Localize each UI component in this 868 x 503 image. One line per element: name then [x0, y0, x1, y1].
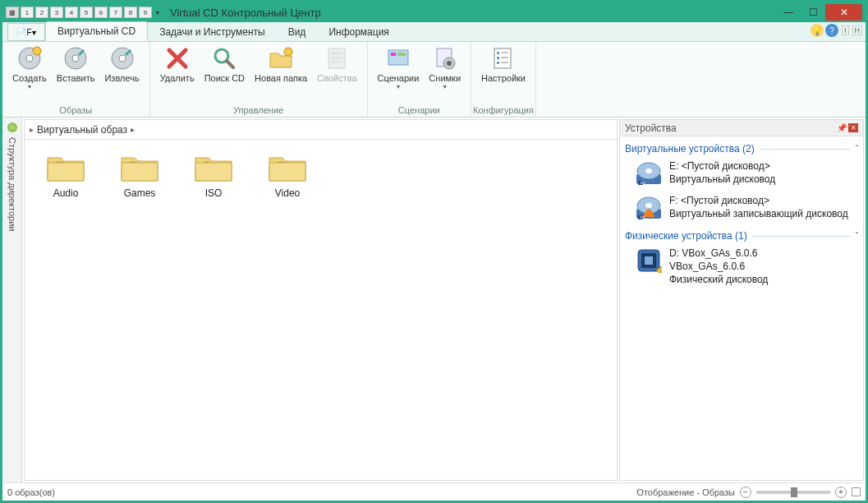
sidebar-label: Структура директории	[7, 137, 17, 231]
tree-icon	[7, 122, 17, 132]
svg-point-26	[645, 168, 652, 173]
device-line2: VBox_GAs_6.0.6	[669, 260, 768, 273]
folder-view[interactable]: Audio Games ISO Video	[25, 140, 617, 480]
content-area: Структура директории ▸ Виртуальный образ…	[2, 118, 866, 482]
svg-rect-9	[328, 48, 345, 68]
status-bar: 0 образ(ов) Отображение - Образы − +	[2, 482, 866, 501]
qat-9[interactable]: 9	[139, 7, 152, 18]
scripts-button[interactable]: Сценарии ▼	[373, 44, 425, 91]
device-item-f[interactable]: BD F: <Пустой дисковод> Виртуальный запи…	[625, 192, 858, 227]
ribbon-group-config: Настройки Конфигурация	[471, 42, 536, 117]
group-title: Физические устройства (1)	[625, 230, 747, 242]
zoom-in-button[interactable]: +	[835, 487, 847, 498]
folder-iso[interactable]: ISO	[187, 151, 240, 199]
group-label-images: Образы	[2, 104, 149, 117]
view-mode-button[interactable]	[852, 487, 861, 496]
breadcrumb-arrow-icon[interactable]: ▸	[131, 125, 135, 134]
group-title: Виртуальные устройства (2)	[625, 143, 755, 155]
qat-6[interactable]: 6	[94, 7, 108, 18]
close-button[interactable]: ✕	[825, 4, 862, 21]
qat-app-icon[interactable]: ▦	[6, 7, 19, 18]
close-panel-icon[interactable]: ×	[848, 123, 858, 132]
svg-rect-17	[497, 52, 499, 54]
device-line1: F: <Пустой дисковод>	[669, 194, 848, 207]
properties-button[interactable]: Свойства	[312, 44, 361, 85]
device-item-d[interactable]: D: VBox_GAs_6.0.6 VBox_GAs_6.0.6 Физичес…	[625, 245, 858, 292]
eject-label: Извлечь	[104, 73, 139, 83]
insert-label: Вставить	[57, 73, 95, 83]
delete-button[interactable]: Удалить	[155, 44, 200, 85]
maximize-button[interactable]: ☐	[801, 4, 825, 21]
folder-label: Audio	[53, 187, 79, 199]
svg-text:BD: BD	[641, 181, 645, 185]
qat-3[interactable]: 3	[50, 7, 63, 18]
folder-label: Video	[275, 187, 300, 199]
zoom-out-button[interactable]: −	[740, 487, 751, 498]
create-label: Создать	[12, 73, 47, 83]
snapshots-button[interactable]: Снимки ▼	[424, 44, 466, 91]
breadcrumb[interactable]: ▸ Виртуальный образ ▸	[25, 120, 617, 140]
eject-button[interactable]: Извлечь	[99, 44, 144, 85]
new-folder-label: Новая папка	[255, 73, 307, 83]
svg-point-4	[72, 55, 79, 62]
insert-button[interactable]: Вставить	[52, 44, 100, 85]
device-group-virtual[interactable]: Виртуальные устройства (2) ˆ	[625, 143, 858, 155]
settings-button[interactable]: Настройки	[476, 44, 530, 85]
ribbon: Создать ▼ Вставить Извлечь Образы Удалит…	[2, 42, 866, 118]
tab-info[interactable]: Информация	[317, 23, 400, 41]
ribbon-group-images: Создать ▼ Вставить Извлечь Образы	[2, 42, 150, 117]
search-cd-button[interactable]: Поиск CD	[200, 44, 250, 85]
status-left: 0 образ(ов)	[7, 487, 55, 497]
dropdown-icon: ▼	[26, 84, 32, 90]
scripts-label: Сценарии	[378, 73, 420, 83]
svg-point-31	[645, 203, 652, 208]
minimize-button[interactable]: —	[776, 4, 801, 21]
svg-point-15	[447, 61, 452, 66]
svg-point-1	[26, 55, 33, 62]
group-label-manage: Управление	[150, 104, 367, 117]
properties-label: Свойства	[317, 73, 356, 83]
status-right-label: Отображение - Образы	[636, 487, 735, 497]
breadcrumb-arrow-icon[interactable]: ▸	[30, 125, 34, 134]
collapse-icon[interactable]: ˆ	[856, 145, 858, 154]
tab-virtual-cd[interactable]: Виртуальный CD	[45, 21, 148, 41]
new-folder-button[interactable]: Новая папка	[250, 44, 312, 85]
qat-5[interactable]: 5	[80, 7, 93, 18]
folder-audio[interactable]: Audio	[39, 151, 92, 199]
ribbon-group-manage: Удалить Поиск CD Новая папка Свойства Уп…	[150, 42, 368, 117]
dropdown-icon: ▼	[395, 84, 401, 90]
qat-2[interactable]: 2	[35, 7, 48, 18]
svg-rect-12	[397, 53, 406, 56]
qat-1[interactable]: 1	[21, 7, 34, 18]
qat-8[interactable]: 8	[124, 7, 137, 18]
ribbon-tabs: 📄 F ▾ Виртуальный CD Задачи и Инструмент…	[2, 22, 866, 42]
folder-games[interactable]: Games	[113, 151, 166, 199]
tip-icon[interactable]: 💡	[811, 24, 824, 37]
folder-label: ISO	[205, 187, 223, 199]
tab-view[interactable]: Вид	[277, 23, 318, 41]
breadcrumb-root[interactable]: Виртуальный образ	[37, 124, 127, 136]
pin-icon[interactable]: 📌	[837, 123, 847, 132]
collapse-icon[interactable]: ˆ	[856, 232, 858, 241]
device-group-physical[interactable]: Физические устройства (1) ˆ	[625, 230, 858, 242]
device-line3: Физический дисковод	[669, 273, 768, 286]
sidebar-collapsed[interactable]: Структура директории	[2, 118, 22, 482]
group-label-scripts: Сценарии	[368, 104, 471, 117]
delete-label: Удалить	[160, 73, 195, 83]
file-tab[interactable]: 📄 F ▾	[7, 23, 45, 41]
help-icon[interactable]: ?	[825, 24, 838, 37]
device-line2: Виртуальный дисковод	[669, 173, 775, 186]
folder-video[interactable]: Video	[261, 151, 314, 199]
ribbon-group-scripts: Сценарии ▼ Снимки ▼ Сценарии	[368, 42, 472, 117]
qat-4[interactable]: 4	[65, 7, 78, 18]
devices-panel: Устройства 📌 × Виртуальные устройства (2…	[619, 119, 864, 481]
snapshots-label: Снимки	[429, 73, 461, 83]
create-button[interactable]: Создать ▼	[7, 44, 52, 91]
qat-7[interactable]: 7	[109, 7, 122, 18]
zoom-slider[interactable]	[756, 491, 830, 494]
qat-dropdown-icon[interactable]: ▾	[154, 7, 162, 18]
svg-point-6	[119, 55, 126, 62]
tab-tasks-tools[interactable]: Задачи и Инструменты	[148, 23, 276, 41]
settings-label: Настройки	[481, 73, 526, 83]
device-item-e[interactable]: BD E: <Пустой дисковод> Виртуальный диск…	[625, 158, 858, 192]
